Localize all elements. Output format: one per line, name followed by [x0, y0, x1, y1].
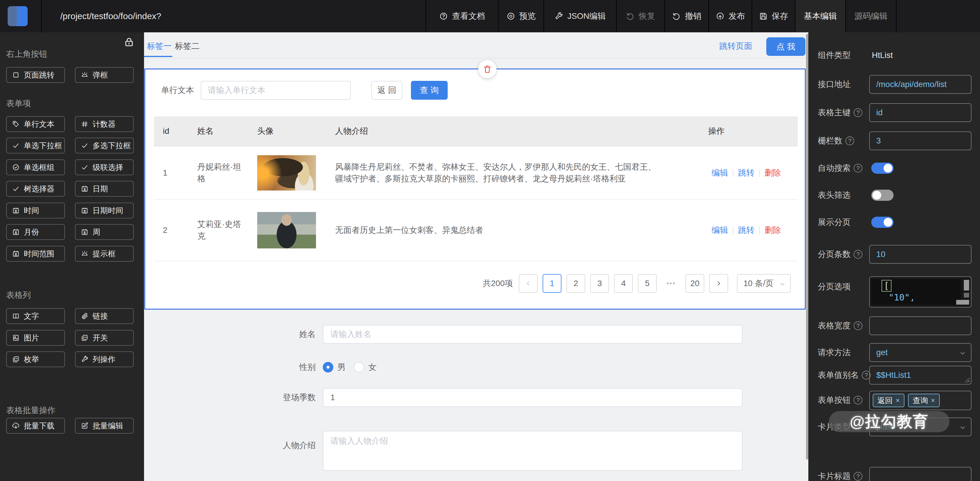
- jump-page-link[interactable]: 跳转页面: [719, 38, 752, 55]
- app-logo[interactable]: [8, 6, 28, 26]
- tag-返回[interactable]: 返回×: [873, 394, 904, 407]
- pagination-next-button[interactable]: [709, 274, 728, 293]
- radio-male[interactable]: [323, 362, 333, 373]
- sidebar-item-单选下拉框[interactable]: 单选下拉框: [6, 138, 65, 153]
- delete-component-button[interactable]: [478, 60, 496, 78]
- remove-tag-icon[interactable]: ×: [896, 396, 900, 405]
- sidebar-item-提示框[interactable]: 提示框: [75, 246, 134, 262]
- property-select-请求方法[interactable]: get: [869, 343, 972, 362]
- row-action-跳转[interactable]: 跳转: [738, 168, 754, 177]
- sidebar-item-文字[interactable]: 文字: [6, 308, 65, 324]
- sidebar-item-图片[interactable]: 图片: [6, 330, 65, 346]
- help-icon[interactable]: ?: [854, 321, 862, 330]
- tab-one[interactable]: 标签一: [147, 38, 172, 55]
- click-me-button[interactable]: 点 我: [766, 37, 805, 56]
- code-vscrollbar[interactable]: [964, 280, 969, 290]
- sidebar-item-弹框[interactable]: 弹框: [75, 67, 134, 83]
- sidebar-item-计数器[interactable]: 计数器: [75, 116, 134, 132]
- sidebar-item-单选框组[interactable]: 单选框组: [6, 159, 65, 175]
- property-code-editor-分页选项[interactable]: ["10",: [869, 276, 972, 307]
- topbar-button-7[interactable]: 保存: [752, 0, 795, 32]
- radio-female[interactable]: [353, 362, 364, 373]
- pagination-page-5[interactable]: 5: [638, 274, 657, 293]
- help-icon[interactable]: ?: [854, 164, 862, 173]
- row-action-跳转[interactable]: 跳转: [738, 226, 754, 235]
- property-input-表格主键[interactable]: id: [869, 103, 972, 122]
- pagination-ellipsis[interactable]: •••: [662, 279, 681, 288]
- property-switch-自动搜索[interactable]: [871, 162, 894, 174]
- pagination-page-20[interactable]: 20: [686, 274, 704, 293]
- sidebar-item-级联选择[interactable]: 级联选择: [75, 159, 134, 175]
- sidebar-item-枚举[interactable]: 枚举: [6, 351, 65, 367]
- data-table: id姓名头像人物介绍操作 1丹妮莉丝·坦格风暴降生丹尼莉丝、不焚者、弥林女王、安…: [154, 116, 798, 261]
- help-icon[interactable]: ?: [854, 250, 862, 259]
- back-button[interactable]: 返 回: [371, 81, 402, 100]
- property-input-接口地址[interactable]: /mock/api/demo/list: [869, 75, 972, 94]
- pagination-page-4[interactable]: 4: [614, 274, 633, 293]
- sidebar-item-批量下载[interactable]: 批量下载: [6, 418, 65, 434]
- sidebar-item-label: 日期时间: [92, 205, 123, 216]
- pagination-prev-button[interactable]: [519, 274, 538, 293]
- pagination-page-3[interactable]: 3: [590, 274, 609, 293]
- property-input-栅栏数[interactable]: 3: [869, 131, 972, 150]
- pagination-page-2[interactable]: 2: [566, 274, 585, 293]
- property-switch-展示分页[interactable]: [871, 217, 894, 228]
- property-input-表单值别名[interactable]: $$HtList1: [869, 366, 972, 385]
- row-action-编辑[interactable]: 编辑: [712, 168, 728, 177]
- sidebar-item-树选择器[interactable]: 树选择器: [6, 181, 65, 197]
- topbar-button-5[interactable]: 撤销: [664, 0, 708, 32]
- remove-tag-icon[interactable]: ×: [931, 396, 935, 405]
- sidebar-item-周[interactable]: 周: [75, 224, 134, 240]
- seasons-input[interactable]: [323, 388, 743, 407]
- avatar-daenerys-dragon[interactable]: [257, 155, 316, 191]
- help-icon[interactable]: ?: [854, 108, 862, 117]
- code-editor-content[interactable]: ["10",: [872, 279, 961, 304]
- avatar-arya[interactable]: [257, 212, 316, 248]
- property-tags-表单按钮[interactable]: 返回×查询×: [869, 391, 972, 410]
- sidebar-item-多选下拉框[interactable]: 多选下拉框: [75, 138, 134, 153]
- property-input-分页条数[interactable]: 10: [869, 245, 972, 264]
- row-action-编辑[interactable]: 编辑: [712, 226, 728, 235]
- tag-查询[interactable]: 查询×: [908, 394, 940, 407]
- sidebar-item-时间[interactable]: 时间: [6, 202, 65, 218]
- intro-textarea[interactable]: [323, 431, 743, 471]
- canvas-scrollbar[interactable]: [806, 34, 808, 460]
- topbar-button-4[interactable]: 恢复: [616, 0, 664, 32]
- help-icon[interactable]: ?: [854, 472, 862, 481]
- property-input-卡片标题[interactable]: [869, 467, 972, 481]
- sidebar-item-批量编辑[interactable]: 批量编辑: [75, 418, 134, 434]
- sidebar-item-链接[interactable]: 链接: [75, 308, 134, 324]
- search-input[interactable]: [201, 81, 351, 100]
- editor-mode-tab-1[interactable]: 基本编辑: [795, 0, 845, 32]
- help-icon[interactable]: ?: [845, 136, 854, 145]
- topbar-button-2[interactable]: 预览: [498, 0, 544, 32]
- sidebar-item-开关[interactable]: 开关: [75, 330, 134, 346]
- property-switch-表头筛选[interactable]: [871, 190, 894, 201]
- sidebar-item-日期[interactable]: 日期: [75, 181, 134, 197]
- sidebar-item-月份[interactable]: 月份: [6, 224, 65, 240]
- selected-list-component[interactable]: 单行文本 返 回 查 询 id姓名头像人物介绍操作 1丹妮莉丝·坦格风暴降生丹尼…: [144, 68, 806, 310]
- help-icon[interactable]: ?: [854, 396, 862, 405]
- property-label-表格宽度: 表格宽度?: [818, 316, 862, 335]
- topbar-button-6[interactable]: 发布: [708, 0, 752, 32]
- pagination-page-1[interactable]: 1: [542, 274, 562, 293]
- editor-mode-tab-2[interactable]: 源码编辑: [845, 0, 897, 32]
- query-button[interactable]: 查 询: [411, 81, 448, 100]
- page-size-select[interactable]: 10 条/页: [737, 274, 791, 293]
- resize-grip[interactable]: [964, 377, 969, 382]
- row-action-删除[interactable]: 删除: [765, 226, 781, 235]
- topbar-button-3[interactable]: JSON编辑: [544, 0, 616, 32]
- sidebar-item-单行文本[interactable]: 单行文本: [6, 116, 65, 132]
- code-hscrollbar[interactable]: [956, 300, 969, 304]
- table-row: 2艾莉亚·史塔克无面者历史上第一位女刺客、异鬼总结者编辑跳转删除: [154, 200, 798, 261]
- sidebar-item-时间范围[interactable]: 时间范围: [6, 246, 65, 262]
- property-input-表格宽度[interactable]: [869, 316, 972, 335]
- tab-two[interactable]: 标签二: [175, 38, 200, 55]
- lock-icon[interactable]: [124, 37, 135, 49]
- row-action-删除[interactable]: 删除: [765, 168, 781, 177]
- name-input[interactable]: [323, 325, 743, 344]
- sidebar-item-页面跳转[interactable]: 页面跳转: [6, 67, 65, 83]
- topbar-button-1[interactable]: 查看文档: [426, 0, 498, 32]
- sidebar-item-列操作[interactable]: 列操作: [75, 351, 134, 367]
- sidebar-item-日期时间[interactable]: 日期时间: [75, 202, 134, 218]
